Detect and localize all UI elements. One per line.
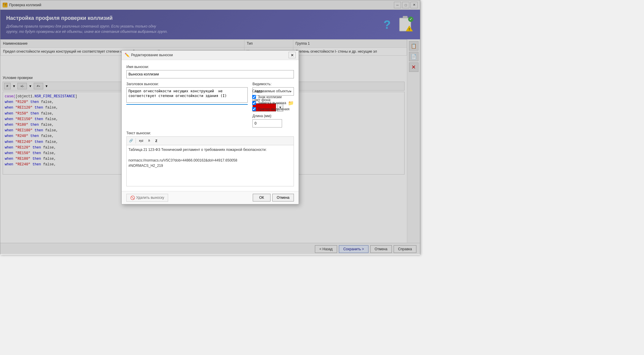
dialog-close-button[interactable]: ✕: [289, 52, 296, 58]
text-toolbar: 🔗 xyz h Z: [126, 136, 294, 145]
collision-sign-checkbox[interactable]: [252, 95, 256, 99]
heading-label: Заголовок выноски:: [126, 82, 248, 86]
dialog-title: Редактирование выноски: [131, 53, 173, 57]
created-objects-title: Создаваемые объекты: [252, 89, 294, 93]
text-content-group: Текст выноски: 🔗 xyz h Z Таблица 21 123-…: [126, 131, 294, 186]
toolbar-sep-1: [136, 138, 136, 143]
delete-label: Удалить выноску: [136, 196, 164, 200]
heading-col: Заголовок выноски: Предел огнестойкости …: [126, 82, 248, 128]
annotation-note-left: Заметка выноска: [252, 101, 286, 105]
main-window: ⚠️ Проверка коллизий ─ □ ✕ Настройка про…: [0, 0, 420, 254]
ok-button[interactable]: ОК: [253, 194, 271, 201]
xyz-btn[interactable]: xyz: [137, 138, 145, 144]
delete-icon: 🚫: [130, 196, 135, 200]
name-field-group: Имя выноски:: [126, 65, 294, 78]
h-btn[interactable]: h: [146, 138, 152, 144]
dialog-titlebar-left: ✏️ Редактирование выноски: [125, 53, 173, 57]
delete-annotation-button[interactable]: 🚫 Удалить выноску: [126, 194, 168, 202]
dialog-icon: ✏️: [125, 53, 129, 57]
heading-textarea[interactable]: Предел огнестойкости несущих конструкций…: [126, 87, 248, 103]
collision-sign-row: Знак коллизии: [252, 95, 294, 99]
annotation-note-label: Заметка выноска: [258, 101, 286, 105]
z-btn[interactable]: Z: [153, 138, 160, 144]
annotation-note-checkbox[interactable]: [252, 101, 256, 105]
edit-annotation-dialog: ✏️ Редактирование выноски ✕ Имя выноски:…: [121, 50, 299, 204]
dialog-footer: 🚫 Удалить выноску ОК Отмена: [122, 191, 299, 204]
trigger-checkbox[interactable]: [252, 107, 256, 111]
length-label: Длина (мм):: [252, 114, 294, 118]
dialog-footer-right: ОК Отмена: [253, 194, 294, 201]
dialog-cancel-button[interactable]: Отмена: [272, 194, 294, 201]
trigger-label: Триггер выделения: [258, 107, 289, 111]
dialog-body: Имя выноски: Заголовок выноски: Предел о…: [122, 60, 299, 191]
collision-sign-label: Знак коллизии: [258, 95, 282, 99]
text-label: Текст выноски:: [126, 131, 294, 135]
name-input[interactable]: [126, 70, 294, 78]
length-input[interactable]: [252, 119, 282, 128]
length-group: Длина (мм):: [252, 114, 294, 128]
trigger-row: Триггер выделения: [252, 107, 294, 111]
text-content-area[interactable]: Таблица 21 123-ФЗ Технический регламент …: [126, 145, 294, 186]
created-objects-panel: Создаваемые объекты Знак коллизии Заметк…: [252, 89, 294, 112]
link-btn[interactable]: 🔗: [128, 138, 134, 144]
dialog-overlay: ✏️ Редактирование выноски ✕ Имя выноски:…: [0, 0, 420, 254]
annotation-note-row: Заметка выноска 📁: [252, 100, 294, 106]
dialog-titlebar: ✏️ Редактирование выноски ✕: [122, 51, 299, 60]
name-label: Имя выноски:: [126, 65, 294, 69]
visibility-label: Видимость:: [252, 82, 294, 86]
heading-underline: [126, 104, 248, 105]
folder-icon[interactable]: 📁: [288, 100, 294, 106]
